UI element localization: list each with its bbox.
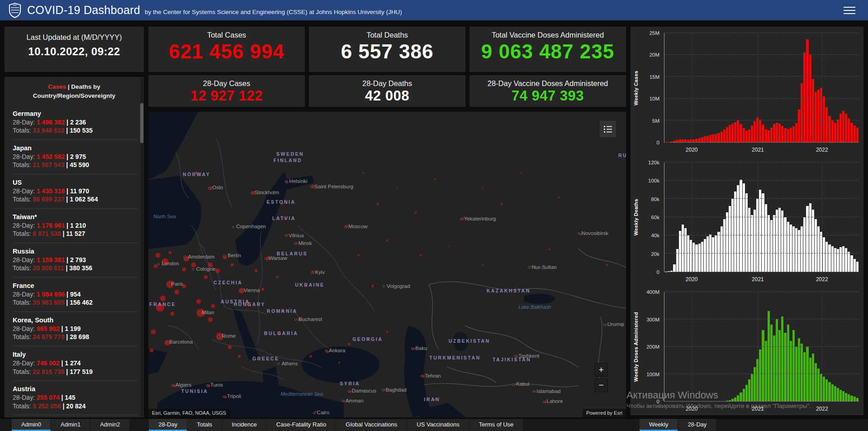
- scrollbar[interactable]: [140, 78, 143, 417]
- map-zoom-out-button[interactable]: −: [594, 378, 608, 392]
- chart-bar: [812, 79, 814, 142]
- chart-bar: [765, 204, 767, 272]
- scrollbar-thumb[interactable]: [140, 103, 143, 143]
- chart-bar: [834, 386, 836, 401]
- chart-bar: [798, 110, 800, 142]
- chart-bar: [776, 210, 778, 272]
- chart-bar: [787, 222, 789, 272]
- country-row[interactable]: Japan28-Day: 1 452 582 | 2 975Totals: 21…: [13, 139, 138, 174]
- tab-admin0[interactable]: Admin0: [12, 419, 51, 431]
- chart-bar: [751, 215, 753, 272]
- stat-card: Total Vaccine Doses Administered9 063 48…: [470, 27, 626, 72]
- gridline: [664, 120, 859, 120]
- chart-bar: [803, 352, 806, 401]
- map-label-estonia: ESTONIA: [267, 199, 296, 205]
- city-dot: [192, 268, 194, 270]
- powered-by-esri: Powered by Esri: [583, 409, 626, 417]
- chart-bar: [781, 316, 783, 401]
- country-totals-line: Totals: 5 252 058 | 20 824: [13, 402, 138, 410]
- city-dot: [171, 384, 174, 387]
- map-label-tunisia: TUNISIA: [181, 388, 209, 394]
- country-row[interactable]: Brazil28-Day: 190 494 | 1 893Totals: 34 …: [13, 415, 138, 417]
- chart-bar: [842, 111, 844, 142]
- country-row[interactable]: Italy28-Day: 746 002 | 1 274Totals: 22 8…: [13, 346, 138, 380]
- chart-bar: [850, 255, 853, 272]
- jhu-shield-icon: [8, 3, 22, 18]
- layer-list-icon[interactable]: [600, 121, 616, 137]
- y-tick: 0: [657, 399, 659, 404]
- weekly-cases-chart: Weekly Cases 05M10M15M20M25M 20202021202…: [631, 27, 863, 156]
- country-row[interactable]: Austria28-Day: 255 074 | 145Totals: 5 25…: [13, 380, 138, 415]
- chart-bar: [731, 124, 734, 142]
- tab-case-fatality-ratio[interactable]: Case-Fatality Ratio: [267, 419, 336, 431]
- chart-bar: [745, 193, 748, 272]
- city-dot: [167, 283, 170, 285]
- x-tick: 2021: [752, 147, 764, 153]
- tab-28-day[interactable]: 28-Day: [678, 419, 716, 431]
- map-label-france: FRANCE: [149, 302, 176, 307]
- map-label-hungary: HUNGARY: [234, 302, 266, 307]
- gridline: [664, 98, 859, 99]
- map-label-bucharest: Bucharest: [294, 316, 322, 322]
- country-row[interactable]: Germany28-Day: 1 496 382 | 2 236Totals: …: [13, 105, 138, 139]
- map-label-cologne: Cologne: [192, 266, 215, 272]
- menu-icon[interactable]: [844, 7, 855, 14]
- chart-bar: [707, 236, 709, 272]
- map-label-algiers: Algiers: [171, 382, 191, 388]
- case-bubble: [175, 290, 179, 294]
- day28-stats-row: 28-Day Cases12 927 12228-Day Deaths42 00…: [148, 75, 626, 107]
- country-row[interactable]: France28-Day: 1 084 696 | 954Totals: 35 …: [13, 277, 138, 311]
- map-label-tunis: Tunis: [206, 382, 223, 388]
- map-label-syria: SYRIA: [340, 381, 360, 386]
- country-row[interactable]: US28-Day: 1 435 316 | 11 970Totals: 96 6…: [13, 174, 138, 208]
- city-dot: [342, 400, 344, 402]
- chart-bar: [754, 367, 756, 401]
- x-tick: 2022: [816, 276, 828, 283]
- tab-terms-of-use[interactable]: Terms of Use: [470, 419, 523, 431]
- y-tick: 5M: [652, 118, 659, 124]
- case-bubble: [255, 269, 257, 272]
- country-row[interactable]: Taiwan*28-Day: 1 176 961 | 1 210Totals: …: [13, 208, 138, 243]
- tab-us-vaccinations[interactable]: US Vaccinations: [407, 419, 469, 431]
- chart-bar: [834, 123, 836, 142]
- chart-bar: [762, 125, 764, 142]
- map-label-saint-petersburg: Saint Petersburg: [310, 184, 353, 189]
- stat-value: 621 456 994: [148, 40, 305, 63]
- weekly-deaths-axis-label: Weekly Deaths: [633, 199, 639, 235]
- y-tick: 400M: [646, 289, 659, 295]
- country-name: Russia: [13, 247, 138, 256]
- tab-totals[interactable]: Totals: [187, 419, 222, 431]
- tab-weekly[interactable]: Weekly: [640, 419, 678, 431]
- chart-bar: [693, 139, 695, 142]
- tab-admin2[interactable]: Admin2: [90, 419, 129, 431]
- country-name: France: [13, 282, 138, 290]
- tab-28-day[interactable]: 28-Day: [149, 419, 187, 431]
- chart-bar: [704, 239, 706, 272]
- chart-bar: [795, 123, 797, 142]
- map-label-nur-sultan: Nur-Sultan: [528, 264, 557, 270]
- chart-bar: [726, 212, 728, 272]
- city-dot: [532, 390, 535, 393]
- map-label-stockholm: Stockholm: [251, 190, 279, 195]
- country-row[interactable]: Korea, South28-Day: 965 902 | 1 199Total…: [13, 311, 138, 346]
- country-region-word: Country/Region/Sovereignty: [33, 92, 115, 99]
- tab-global-vaccinations[interactable]: Global Vaccinations: [336, 419, 407, 431]
- chart-bar: [673, 264, 675, 272]
- chart-bar: [815, 92, 817, 142]
- chart-bar: [729, 125, 731, 142]
- country-row[interactable]: Russia28-Day: 1 159 381 | 2 793Totals: 2…: [13, 243, 138, 277]
- chart-bar: [668, 271, 670, 272]
- tab-incidence[interactable]: Incidence: [222, 419, 266, 431]
- map-label-lake-balkhash: Lake Balkhash: [518, 304, 551, 310]
- country-totals-line: Totals: 6 871 538 | 11 527: [13, 230, 138, 238]
- tab-admin1[interactable]: Admin1: [51, 419, 90, 431]
- world-map[interactable]: SWEDENFINLANDNORWAYESTONIALATVIABELARUSU…: [148, 112, 626, 417]
- stat-card: 28-Day Deaths42 008: [309, 75, 465, 107]
- map-zoom-in-button[interactable]: +: [594, 363, 608, 377]
- chart-bar: [792, 126, 795, 142]
- layer-list-glyph: [603, 125, 612, 133]
- y-tick: 15M: [650, 74, 659, 80]
- city-dot: [325, 350, 327, 352]
- chart-bar: [809, 358, 811, 401]
- gridline: [664, 292, 859, 292]
